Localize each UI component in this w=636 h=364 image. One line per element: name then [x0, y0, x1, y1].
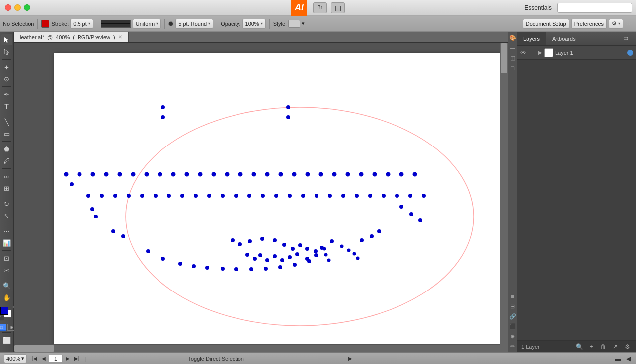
eyedropper-tool[interactable]: 🖊	[1, 155, 12, 166]
svg-point-8	[78, 172, 82, 177]
symbols-panel-icon[interactable]: ⊕	[509, 332, 517, 340]
color-panel-icon[interactable]: 🎨	[509, 34, 517, 42]
reset-colors-icon[interactable]: ⬛	[0, 316, 4, 321]
stroke-style-preview[interactable]	[101, 20, 131, 28]
svg-point-77	[399, 205, 403, 209]
selection-tool[interactable]	[1, 34, 12, 45]
gradient-panel-icon[interactable]: ◫	[509, 54, 517, 62]
direct-selection-tool[interactable]	[1, 46, 12, 57]
last-page-button[interactable]: ▶|	[73, 355, 80, 363]
style-swatch[interactable]	[288, 20, 300, 28]
bridge-button[interactable]: Br	[313, 2, 327, 13]
rect-tool[interactable]: ▭	[1, 128, 12, 139]
svg-point-91	[330, 239, 334, 243]
layers-panel-header: Layers Artboards ⇉ ≡	[517, 32, 636, 46]
foreground-color[interactable]	[0, 307, 8, 315]
move-to-artboard-button[interactable]: ↗	[610, 342, 620, 351]
mesh-tool[interactable]: ⊞	[1, 183, 12, 194]
essentials-menu[interactable]: Essentials ▾	[524, 4, 556, 11]
horizontal-scrollbar[interactable]	[14, 345, 500, 352]
svg-point-45	[221, 194, 225, 198]
artboard-tool[interactable]: ⊡	[1, 253, 12, 264]
search-input[interactable]	[557, 3, 632, 13]
traffic-lights	[0, 4, 30, 11]
svg-point-97	[280, 258, 284, 262]
rotate-tool[interactable]: ↻	[1, 198, 12, 209]
layer-options-button[interactable]: ⚙	[622, 342, 632, 351]
maximize-button[interactable]	[24, 4, 30, 11]
layer-expand-icon[interactable]: ▶	[538, 50, 542, 55]
svg-point-3	[161, 105, 165, 109]
links-panel-icon[interactable]: 🔗	[509, 312, 517, 320]
brushes-panel-icon[interactable]: ✏	[509, 342, 517, 350]
layer-visibility-icon[interactable]: 👁	[520, 49, 527, 56]
tab-close-icon[interactable]: ✕	[118, 34, 122, 40]
paint-bucket-tool[interactable]: ⬟	[1, 144, 12, 154]
svg-point-73	[264, 267, 268, 271]
stroke-panel-icon[interactable]: —	[509, 44, 517, 52]
opacity-dropdown[interactable]: 100% ▾	[242, 19, 266, 29]
blend-tool[interactable]: ∞	[1, 171, 12, 182]
hand-tool[interactable]: ✋	[1, 292, 12, 303]
next-page-button[interactable]: ▶	[64, 355, 72, 363]
text-tool[interactable]: T	[1, 101, 12, 112]
stroke-color-swatch[interactable]	[41, 20, 49, 28]
canvas-scroll[interactable]	[14, 43, 508, 352]
swatches-panel-icon[interactable]: ⬛	[509, 322, 517, 330]
canvas-slider[interactable]: ▬	[614, 355, 622, 363]
arrange-button[interactable]: ▤	[331, 2, 345, 13]
artboards-tab[interactable]: Artboards	[546, 32, 582, 45]
prev-page-button[interactable]: ◀	[40, 355, 48, 363]
lasso-tool[interactable]: ⊙	[1, 73, 12, 84]
normal-mode-button[interactable]: □	[0, 324, 6, 331]
delete-layer-button[interactable]: 🗑	[598, 342, 608, 351]
panel-menu-icon[interactable]: ≡	[630, 36, 633, 42]
toolbar-sep-4	[217, 19, 217, 29]
svg-point-11	[118, 172, 122, 177]
svg-point-15	[171, 172, 176, 177]
layers-panel-icon[interactable]: ≡	[509, 292, 517, 300]
svg-point-47	[247, 194, 251, 198]
layer-lock-icon[interactable]	[529, 49, 536, 56]
bottom-right-icon-1[interactable]: ◀	[624, 355, 632, 363]
stroke-value-dropdown[interactable]: 0.5 pt ▾	[70, 19, 93, 29]
zoom-dropdown[interactable]: 400% ▾	[4, 354, 27, 363]
slice-tool[interactable]: ✂	[1, 265, 12, 276]
svg-point-93	[253, 257, 257, 261]
pen-tool[interactable]: ✒	[1, 89, 12, 100]
panel-expand-icon[interactable]: ⇉	[624, 35, 628, 42]
page-number-input[interactable]	[49, 355, 63, 363]
layers-tab[interactable]: Layers	[517, 32, 546, 45]
preferences-button[interactable]: Preferences	[571, 19, 607, 29]
zoom-tool[interactable]: 🔍	[1, 280, 12, 291]
toolbar-extra-dropdown[interactable]: ⚙ ▾	[609, 19, 623, 29]
search-layers-button[interactable]: 🔍	[574, 342, 584, 351]
scale-tool[interactable]: ⤡	[1, 210, 12, 221]
scrollbar-corner	[500, 345, 508, 352]
line-style-dropdown[interactable]: Uniform ▾	[133, 19, 161, 29]
artboards-panel-icon[interactable]: ⊟	[509, 302, 517, 310]
panel-toggle-button[interactable]: ≫	[625, 20, 633, 28]
warp-tool[interactable]: ⋯	[1, 225, 12, 236]
line-tool[interactable]: ╲	[1, 116, 12, 127]
graph-tool[interactable]: 📊	[1, 237, 12, 248]
vertical-scrollbar[interactable]	[500, 43, 508, 345]
layer-target-dot[interactable]	[627, 50, 633, 56]
doc-setup-button[interactable]: Document Setup	[523, 19, 569, 29]
new-layer-button[interactable]: +	[586, 342, 596, 351]
magic-wand-tool[interactable]: ✦	[1, 62, 12, 73]
screen-mode-button[interactable]: ⬜	[1, 335, 12, 346]
svg-point-32	[399, 172, 404, 177]
close-button[interactable]	[5, 4, 11, 11]
scrollbar-v-thumb[interactable]	[501, 43, 507, 73]
svg-point-59	[408, 194, 412, 198]
svg-point-85	[282, 243, 286, 247]
minimize-button[interactable]	[14, 4, 21, 11]
first-page-button[interactable]: |◀	[31, 355, 39, 363]
brush-dropdown[interactable]: 5 pt. Round ▾	[175, 19, 213, 29]
status-arrow-button[interactable]: ▶	[346, 355, 354, 363]
bottom-bar: 400% ▾ |◀ ◀ ▶ ▶| | Toggle Direct Selecti…	[0, 352, 636, 364]
document-tab[interactable]: leather.ai* @ 400% ( RGB/Preview ) ✕	[14, 32, 129, 42]
transparency-panel-icon[interactable]: ◻	[509, 64, 517, 72]
scrollbar-h-thumb[interactable]	[14, 345, 54, 352]
